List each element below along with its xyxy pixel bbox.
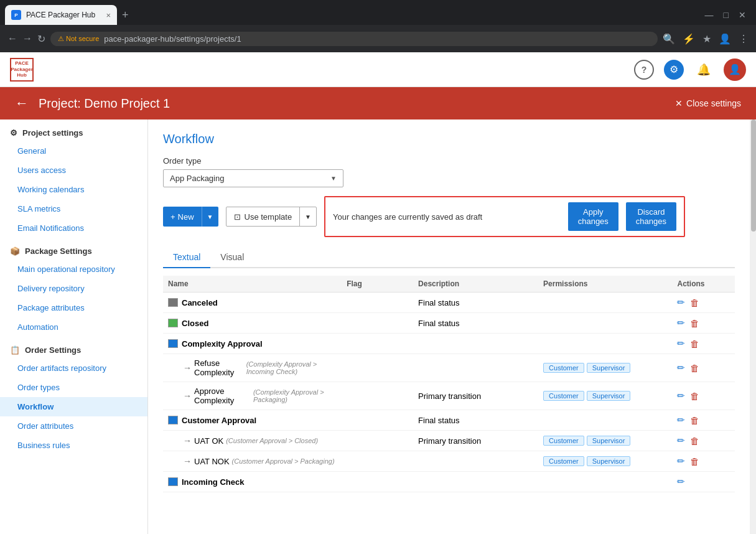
permission-badge: Customer	[543, 363, 584, 373]
close-settings-button[interactable]: ✕ Close settings	[675, 98, 741, 108]
new-button[interactable]: + New ▼	[163, 207, 218, 227]
forward-nav-button[interactable]: →	[22, 33, 32, 44]
menu-icon[interactable]: ⋮	[739, 33, 749, 45]
sidebar-item-email-notifications[interactable]: Email Notifications	[0, 218, 147, 238]
sidebar-item-order-attrs[interactable]: Order attributes	[0, 416, 147, 436]
help-icon[interactable]: ?	[634, 60, 654, 80]
cell-name: Canceled	[163, 298, 342, 307]
transition-subtitle: (Customer Approval > Closed)	[226, 437, 318, 444]
sidebar-item-business-rules[interactable]: Business rules	[0, 436, 147, 455]
use-template-main[interactable]: ⊡ Use template	[226, 207, 301, 226]
edit-icon[interactable]: ✏	[677, 317, 685, 329]
delete-icon[interactable]: 🗑	[690, 415, 699, 426]
scrollbar-track[interactable]	[750, 119, 756, 534]
discard-changes-button[interactable]: Discard changes	[626, 202, 676, 231]
permission-badge: Supervisor	[587, 436, 631, 446]
scrollbar-thumb[interactable]	[751, 119, 756, 232]
col-header-permissions: Permissions	[538, 279, 672, 288]
edit-icon[interactable]: ✏	[677, 435, 685, 446]
permission-badge: Customer	[543, 391, 584, 401]
search-browser-icon[interactable]: 🔍	[663, 33, 675, 45]
sidebar-item-working-calendars[interactable]: Working calendars	[0, 180, 147, 199]
notification-icon[interactable]: 🔔	[694, 60, 714, 80]
tab-close-button[interactable]: ×	[106, 11, 111, 20]
security-warning: ⚠ Not secure	[58, 35, 99, 43]
edit-icon[interactable]: ✏	[677, 390, 685, 401]
table-row: Closed Final status ✏ 🗑	[163, 313, 735, 334]
sidebar-item-main-repo[interactable]: Main operational repository	[0, 260, 147, 279]
edit-icon[interactable]: ✏	[677, 297, 685, 308]
order-type-value: App Packaging	[170, 174, 224, 183]
tab-visual[interactable]: Visual	[210, 247, 254, 268]
delete-icon[interactable]: 🗑	[690, 297, 699, 308]
row-name: Customer Approval	[182, 416, 256, 425]
sidebar-item-order-artifacts[interactable]: Order artifacts repository	[0, 358, 147, 378]
delete-icon[interactable]: 🗑	[690, 436, 699, 446]
cell-description: Final status	[413, 298, 538, 307]
app-header: PACE Packager Hub ? ⚙ 🔔 👤	[0, 52, 756, 87]
delete-icon[interactable]: 🗑	[690, 363, 699, 373]
page-title: Workflow	[163, 132, 735, 146]
transition-subtitle: (Complexity Approval > Packaging)	[253, 388, 337, 403]
settings-icon[interactable]: ⚙	[664, 60, 684, 80]
sidebar-item-delivery-repo[interactable]: Delivery repository	[0, 279, 147, 298]
flag-icon-gray	[168, 298, 178, 307]
edit-icon[interactable]: ✏	[677, 476, 685, 487]
use-template-arrow[interactable]: ▼	[300, 207, 316, 226]
sidebar-item-automation[interactable]: Automation	[0, 317, 147, 337]
transition-name: Refuse Complexity	[194, 358, 244, 377]
flag-icon-green	[168, 319, 178, 327]
edit-icon[interactable]: ✏	[677, 456, 685, 467]
avatar[interactable]: 👤	[724, 59, 746, 81]
delete-icon[interactable]: 🗑	[690, 456, 699, 467]
edit-icon[interactable]: ✏	[677, 338, 685, 349]
row-name: Canceled	[182, 298, 218, 307]
delete-icon[interactable]: 🗑	[690, 339, 699, 349]
arrow-right-icon: →	[183, 456, 192, 466]
sidebar-item-order-types[interactable]: Order types	[0, 378, 147, 397]
cell-name: Complexity Approval	[163, 339, 342, 349]
sidebar-item-general[interactable]: General	[0, 141, 147, 161]
tab-textual[interactable]: Textual	[163, 247, 210, 268]
new-button-main[interactable]: + New	[163, 207, 202, 227]
window-close-button[interactable]: ✕	[739, 10, 746, 20]
edit-icon[interactable]: ✏	[677, 415, 685, 426]
cell-name: → Approve Complexity (Complexity Approva…	[163, 386, 342, 405]
flag-icon-blue	[168, 416, 178, 424]
tab-new-button[interactable]: +	[122, 9, 129, 22]
window-minimize-button[interactable]: —	[705, 10, 714, 20]
table-row: Complexity Approval ✏ 🗑	[163, 334, 735, 354]
extensions-icon[interactable]: ⚡	[683, 33, 695, 45]
apply-changes-button[interactable]: Apply changes	[568, 202, 618, 231]
sidebar-item-workflow[interactable]: Workflow	[0, 397, 147, 416]
permission-badge: Supervisor	[587, 456, 631, 466]
row-name: Closed	[182, 319, 208, 328]
new-label: New	[178, 212, 194, 222]
back-nav-button[interactable]: ←	[7, 33, 17, 44]
sidebar-item-sla-metrics[interactable]: SLA metrics	[0, 199, 147, 218]
cell-actions: ✏ 🗑	[672, 338, 735, 349]
template-icon: ⊡	[234, 212, 241, 222]
delete-icon[interactable]: 🗑	[690, 318, 699, 329]
cell-permissions: Customer Supervisor	[538, 391, 672, 401]
bookmark-icon[interactable]: ★	[702, 33, 711, 45]
browser-tab[interactable]: P PACE Packager Hub ×	[5, 5, 117, 25]
use-template-button[interactable]: ⊡ Use template ▼	[226, 207, 317, 227]
cell-permissions: Customer Supervisor	[538, 456, 672, 466]
delete-icon[interactable]: 🗑	[690, 391, 699, 401]
edit-icon[interactable]: ✏	[677, 362, 685, 373]
new-button-arrow[interactable]: ▼	[202, 207, 218, 227]
permission-badge: Supervisor	[587, 391, 631, 401]
reload-button[interactable]: ↻	[37, 33, 45, 45]
row-name: Incoming Check	[182, 477, 244, 487]
back-button[interactable]: ←	[15, 95, 29, 111]
sidebar-item-package-attrs[interactable]: Package attributes	[0, 298, 147, 317]
new-plus-icon: +	[170, 212, 175, 222]
sidebar-item-users-access[interactable]: Users access	[0, 161, 147, 180]
transition-subtitle: (Customer Approval > Packaging)	[232, 457, 335, 465]
window-maximize-button[interactable]: □	[724, 10, 729, 20]
profile-icon[interactable]: 👤	[719, 33, 731, 45]
order-type-select[interactable]: App Packaging ▼	[163, 169, 343, 187]
address-input[interactable]: ⚠ Not secure pace-packager-hub/settings/…	[50, 32, 658, 46]
cell-actions: ✏ 🗑	[672, 362, 735, 373]
